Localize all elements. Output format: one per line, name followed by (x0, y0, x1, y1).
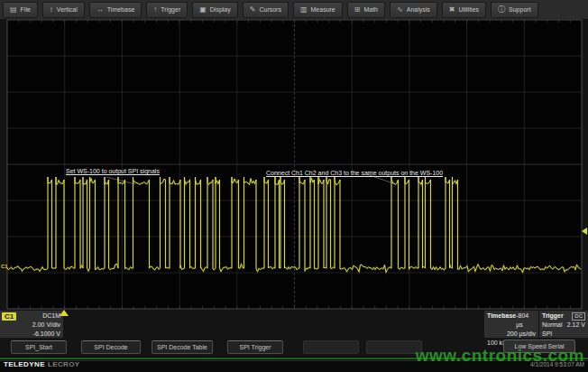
annotation-note-2: Connect Ch1 Ch2 and Ch3 to the same outp… (266, 170, 443, 177)
trigger-descriptor[interactable]: Trigger DC Normal 2.12 V SPI (539, 311, 588, 338)
toolbar-button-spi-decode[interactable]: SPI Decode (81, 340, 141, 354)
clock-datetime: 4/1/2014 9:53:07 AM (530, 361, 584, 367)
channel-offset: -6.1000 V (33, 330, 60, 339)
brand-lecroy: LECROY (48, 360, 80, 368)
timebase-scale: 200 µs/div (507, 330, 536, 339)
low-speed-serial-button[interactable]: Low Speed Serial (503, 339, 575, 353)
trigger-title: Trigger (542, 312, 564, 321)
trigger-mode: Normal (542, 321, 563, 330)
oscilloscope-screen: ▤File↕Vertical↔Timebase↑Trigger▣Display✎… (0, 0, 588, 372)
toolbar-button-spi-start[interactable]: SPI_Start (11, 340, 67, 354)
channel-label-tab: C1 (2, 312, 16, 321)
toolbar-slot-empty (366, 340, 422, 354)
channel-zero-marker[interactable]: C1 (1, 264, 8, 269)
toolbar-button-spi-decode-table[interactable]: SPI Decode Table (152, 340, 213, 354)
timebase-delay: -804 µs (516, 312, 536, 330)
annotation-note-1: Set WS-100 to output SPI signals (66, 168, 160, 175)
trigger-level-marker[interactable] (582, 228, 587, 235)
channel-coupling: DC1M (42, 312, 60, 321)
brand-teledyne: TELEDYNE (4, 360, 45, 368)
status-bar: TELEDYNELECROY 4/1/2014 9:53:07 AM (0, 357, 588, 372)
timebase-title: Timebase (487, 312, 516, 330)
timebase-descriptor[interactable]: Timebase -804 µs 200 µs/div 100 kS 50 MS… (484, 311, 538, 338)
trigger-coupling-badge: DC (572, 312, 585, 321)
channel-scale: 2.00 V/div (32, 321, 60, 330)
trigger-level: 2.12 V (567, 321, 585, 330)
toolbar-button-spi-trigger[interactable]: SPI Trigger (227, 340, 283, 354)
trigger-time-marker[interactable] (60, 310, 69, 316)
brand-logo: TELEDYNELECROY (4, 360, 80, 368)
channel-descriptor-c1[interactable]: C1 DC1M 2.00 V/div -6.1000 V (0, 311, 63, 338)
trigger-type: SPI (542, 330, 552, 339)
toolbar-slot-empty (303, 340, 359, 354)
